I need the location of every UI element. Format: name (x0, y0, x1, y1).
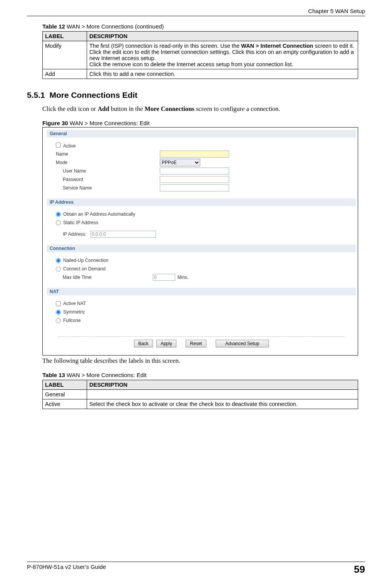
active-label: Active (56, 143, 160, 149)
nailed-up-radio[interactable] (56, 258, 61, 263)
table12-row0-desc: The first (ISP) connection is read-only … (87, 41, 358, 69)
fullcone-label: Fullcone (63, 318, 80, 323)
text-bold: WAN > Internet Connection (241, 43, 313, 49)
section-number: 5.5.1 (27, 91, 45, 99)
active-nat-checkbox[interactable] (56, 301, 61, 306)
table13-header-row: LABEL DESCRIPTION (43, 380, 358, 390)
symmetric-label: Symmetric (63, 309, 85, 315)
active-nat-label: Active NAT (63, 301, 86, 306)
section-bar-ip: IP Address (47, 198, 356, 206)
table12-caption-rest: WAN > More Connections (continued) (65, 23, 164, 30)
ip-auto-radio[interactable] (56, 212, 61, 217)
name-input[interactable] (160, 151, 229, 158)
section-bar-connection: Connection (47, 245, 356, 252)
table13-head-desc: DESCRIPTION (87, 380, 358, 390)
page-footer: P-870HW-51a v2 User's Guide 59 (27, 560, 365, 575)
figure-caption-rest: WAN > More Connections: Edit (68, 120, 150, 126)
section-bar-general: General (47, 130, 356, 138)
header-rule (27, 16, 365, 16)
text: screen to configure a connection. (194, 105, 280, 112)
ip-auto-label: Obtain an IP Address Automatically (63, 211, 135, 217)
on-demand-label: Connect on Demand (63, 266, 106, 272)
table13-caption-rest: WAN > More Connections: Edit (65, 372, 147, 378)
nailed-up-label: Nailed-Up Connection (63, 258, 108, 263)
table12-caption-num: Table 12 (42, 23, 65, 30)
button-row: Back Apply Reset Advanced Setup (58, 336, 345, 347)
text: Click the remove icon to delete the Inte… (89, 61, 293, 67)
after-figure-text: The following table describes the labels… (42, 357, 365, 365)
section-title: More Connections Edit (49, 91, 137, 99)
table13-caption-num: Table 13 (42, 372, 65, 378)
figure-caption: Figure 30 WAN > More Connections: Edit (42, 120, 365, 126)
table-row: General (43, 390, 358, 399)
back-button[interactable]: Back (134, 340, 153, 347)
table13-row0-desc (87, 390, 358, 399)
table12-head-desc: DESCRIPTION (87, 32, 358, 41)
table13: LABEL DESCRIPTION General Active Select … (42, 380, 358, 409)
ip-static-radio[interactable] (56, 220, 61, 225)
text: Click the edit icon or (42, 105, 97, 112)
idle-unit-label: Mins. (178, 275, 189, 280)
table12-row1-desc: Click this to add a new connection. (87, 69, 358, 79)
table-row: Add Click this to add a new connection. (43, 69, 358, 79)
table12-caption: Table 12 WAN > More Connections (continu… (42, 23, 365, 30)
ip-static-label: Static IP Address (63, 220, 98, 225)
footer-rule (27, 562, 365, 562)
chapter-header: Chapter 5 WAN Setup (27, 8, 365, 14)
table13-row1-desc: Select the check box to activate or clea… (87, 399, 358, 409)
page-number: 59 (354, 564, 365, 575)
text: The first (ISP) connection is read-only … (89, 43, 241, 49)
table12-row1-label: Add (43, 69, 87, 79)
max-idle-input[interactable] (153, 274, 175, 281)
table-row: Modify The first (ISP) connection is rea… (43, 41, 358, 69)
table13-caption: Table 13 WAN > More Connections: Edit (42, 372, 365, 378)
figure-screenshot: General Active Name Mode PPPoE User Name… (42, 127, 358, 356)
symmetric-radio[interactable] (56, 310, 61, 315)
name-label: Name (56, 151, 160, 157)
section-bar-nat: NAT (47, 288, 356, 295)
mode-select[interactable]: PPPoE (160, 159, 200, 166)
text-bold: Add (97, 105, 109, 112)
text: screen to edit it. (313, 43, 354, 49)
table12-row0-label: Modify (43, 41, 87, 69)
apply-button[interactable]: Apply (156, 340, 176, 347)
table12-head-label: LABEL (43, 32, 87, 41)
section-intro: Click the edit icon or Add button in the… (42, 105, 365, 113)
fullcone-radio[interactable] (56, 318, 61, 323)
password-input[interactable] (160, 176, 229, 183)
table13-row1-label: Active (43, 399, 87, 409)
section-heading: 5.5.1 More Connections Edit (27, 91, 365, 100)
table12: LABEL DESCRIPTION Modify The first (ISP)… (42, 31, 358, 79)
username-label: User Name (56, 168, 160, 174)
password-label: Password (56, 177, 160, 182)
table12-header-row: LABEL DESCRIPTION (43, 32, 358, 41)
reset-button[interactable]: Reset (186, 340, 206, 347)
text-bold: More Connections (144, 105, 194, 112)
username-input[interactable] (160, 168, 229, 174)
on-demand-radio[interactable] (56, 267, 61, 272)
advanced-setup-button[interactable]: Advanced Setup (216, 340, 269, 347)
figure-caption-num: Figure 30 (42, 120, 68, 126)
service-name-input[interactable] (160, 184, 229, 191)
table13-row0-label: General (43, 390, 87, 399)
mode-label: Mode (56, 160, 160, 165)
table13-head-label: LABEL (43, 380, 87, 390)
max-idle-label: Max Idle Time (56, 275, 153, 280)
active-checkbox[interactable] (56, 143, 61, 148)
table-row: Active Select the check box to activate … (43, 399, 358, 409)
text: Active (63, 143, 76, 149)
ip-address-input[interactable] (90, 231, 156, 238)
ip-address-label: IP Address: (56, 231, 90, 237)
text: Click the edit icon to edit the Internet… (89, 49, 354, 61)
service-name-label: Service Name (56, 185, 160, 191)
text: button in the (109, 105, 145, 112)
guide-name: P-870HW-51a v2 User's Guide (27, 564, 106, 575)
